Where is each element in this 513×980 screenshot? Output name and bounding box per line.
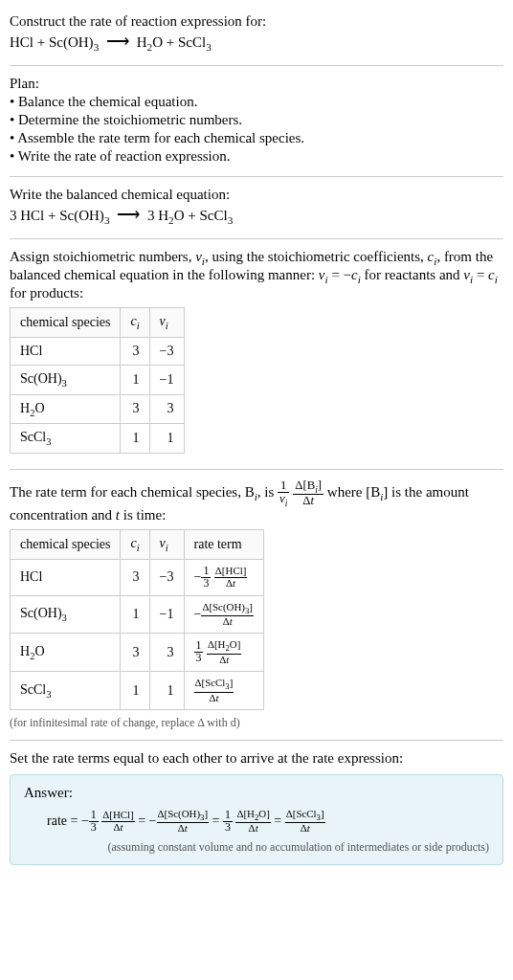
- table-row: ScCl3 1 1: [11, 424, 185, 454]
- final-section: Set the rate terms equal to each other t…: [10, 745, 503, 871]
- col-ci: ci: [121, 530, 149, 560]
- stoich-section: Assign stoichiometric numbers, νi, using…: [10, 243, 503, 465]
- divider: [10, 469, 503, 470]
- table-row: H2O 3 3 13 Δ[H2O]Δt: [11, 634, 264, 672]
- answer-note: (assuming constant volume and no accumul…: [24, 840, 489, 855]
- table-row: Sc(OH)3 1 −1: [11, 365, 185, 394]
- table-row: HCl 3 −3 −13 Δ[HCl]Δt: [11, 559, 264, 595]
- col-vi: νi: [149, 530, 184, 560]
- rateterm-section: The rate term for each chemical species,…: [10, 474, 503, 736]
- final-intro: Set the rate terms equal to each other t…: [10, 750, 503, 767]
- header-section: Construct the rate of reaction expressio…: [10, 8, 503, 61]
- stoich-intro: Assign stoichiometric numbers, νi, using…: [10, 249, 503, 301]
- table-row: H2O 3 3: [11, 394, 185, 424]
- divider: [10, 176, 503, 177]
- rateterm-table: chemical species ci νi rate term HCl 3 −…: [10, 529, 264, 710]
- table-row: ScCl3 1 1 Δ[ScCl3]Δt: [11, 672, 264, 710]
- col-vi: νi: [149, 308, 184, 338]
- plan-item: Write the rate of reaction expression.: [10, 148, 503, 165]
- divider: [10, 740, 503, 741]
- col-species: chemical species: [11, 530, 121, 560]
- plan-item: Assemble the rate term for each chemical…: [10, 130, 503, 146]
- table-row: Sc(OH)3 1 −1 −Δ[Sc(OH)3]Δt: [11, 595, 264, 634]
- plan-list: Balance the chemical equation. Determine…: [10, 94, 503, 165]
- plan-section: Plan: Balance the chemical equation. Det…: [10, 70, 503, 172]
- plan-item: Balance the chemical equation.: [10, 94, 503, 110]
- construct-prompt: Construct the rate of reaction expressio…: [10, 13, 503, 30]
- col-species: chemical species: [11, 308, 121, 338]
- rateterm-intro: The rate term for each chemical species,…: [10, 479, 503, 523]
- plan-item: Determine the stoichiometric numbers.: [10, 112, 503, 128]
- table-row: HCl 3 −3: [11, 337, 185, 365]
- divider: [10, 238, 503, 239]
- balanced-section: Write the balanced chemical equation: 3 …: [10, 181, 503, 234]
- plan-title: Plan:: [10, 76, 503, 92]
- rateterm-note: (for infinitesimal rate of change, repla…: [10, 716, 503, 730]
- col-ci: ci: [121, 308, 149, 338]
- stoich-table: chemical species ci νi HCl 3 −3 Sc(OH)3 …: [10, 307, 185, 454]
- unbalanced-equation: HCl + Sc(OH)3 ⟶ H2O + ScCl3: [10, 33, 503, 53]
- balanced-prompt: Write the balanced chemical equation:: [10, 187, 503, 203]
- answer-label: Answer:: [24, 785, 489, 801]
- answer-box: Answer: rate = −13 Δ[HCl]Δt = −Δ[Sc(OH)3…: [10, 774, 503, 865]
- divider: [10, 65, 503, 66]
- col-rate: rate term: [184, 530, 263, 560]
- balanced-equation: 3 HCl + Sc(OH)3 ⟶ 3 H2O + ScCl3: [10, 206, 503, 226]
- answer-equation: rate = −13 Δ[HCl]Δt = −Δ[Sc(OH)3]Δt = 13…: [47, 809, 489, 835]
